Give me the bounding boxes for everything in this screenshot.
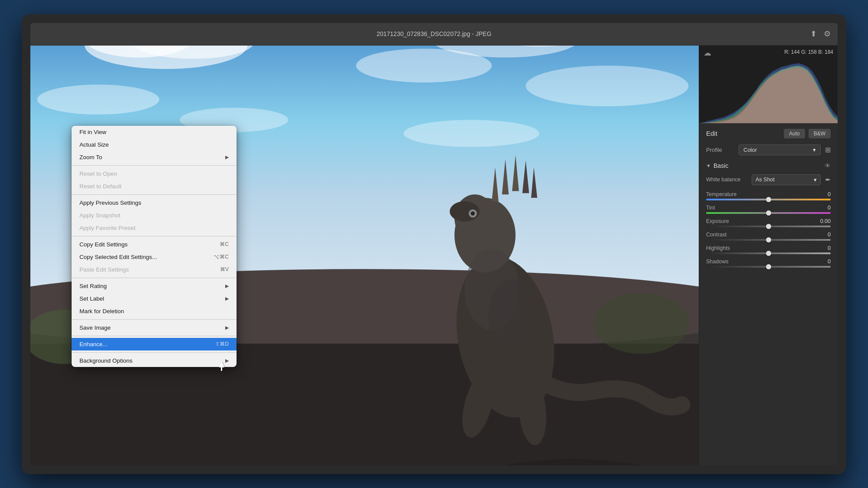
edit-header-buttons: Auto B&W <box>784 129 831 138</box>
shadows-thumb[interactable] <box>766 264 771 269</box>
menu-item-label-apply-snapshot: Apply Snapshot <box>79 212 229 219</box>
menu-item-label-zoom-to: Zoom To <box>79 154 222 160</box>
photo-area: Fit in ViewActual SizeZoom To▶Reset to O… <box>30 46 699 465</box>
main-content: Fit in ViewActual SizeZoom To▶Reset to O… <box>30 46 838 465</box>
menu-item-label-mark-deletion: Mark for Deletion <box>79 308 229 314</box>
svg-marker-22 <box>523 160 529 193</box>
menu-item-label-background-options: Background Options <box>79 357 222 364</box>
profile-row: Profile Color ▾ ⊞ <box>706 144 831 155</box>
menu-item-label-fit-in-view: Fit in View <box>79 129 229 135</box>
wb-dropdown[interactable]: As Shot ▾ <box>752 174 821 185</box>
tint-label-row: Tint 0 <box>706 205 831 211</box>
basic-chevron-icon[interactable]: ▼ <box>706 163 711 168</box>
highlights-thumb[interactable] <box>766 251 771 256</box>
menu-item-copy-selected[interactable]: Copy Selected Edit Settings...⌥⌘C <box>72 251 237 263</box>
menu-item-label-save-image: Save Image <box>79 324 222 331</box>
tint-value: 0 <box>828 205 831 211</box>
menu-item-shortcut-paste-edit: ⌘V <box>220 266 229 272</box>
export-icon[interactable]: ⬆ <box>810 29 817 39</box>
exposure-value: 0.00 <box>820 218 831 224</box>
tint-control: Tint 0 <box>706 205 831 214</box>
basic-section-header: ▼ Basic 👁 <box>706 162 831 169</box>
menu-item-background-options[interactable]: Background Options▶ <box>72 354 237 367</box>
divider-divider6 <box>72 336 237 336</box>
menu-item-label-apply-favorite: Apply Favorite Preset <box>79 225 229 231</box>
menu-item-label-enhance: Enhance... <box>79 341 207 347</box>
contrast-value: 0 <box>828 232 831 238</box>
contrast-label: Contrast <box>706 232 727 238</box>
exposure-slider[interactable] <box>706 226 831 227</box>
profile-dropdown[interactable]: Color ▾ <box>739 144 821 155</box>
profile-grid-icon[interactable]: ⊞ <box>825 146 831 154</box>
temperature-value: 0 <box>828 191 831 197</box>
divider-divider3 <box>72 236 237 236</box>
menu-item-save-image[interactable]: Save Image▶ <box>72 321 237 334</box>
context-menu: Fit in ViewActual SizeZoom To▶Reset to O… <box>72 126 237 367</box>
window-title: 20171230_072836_DSC02072.jpg - JPEG <box>377 30 492 37</box>
svg-point-34 <box>594 292 689 354</box>
highlights-label-row: Highlights 0 <box>706 245 831 251</box>
edit-header: Edit Auto B&W <box>706 129 831 138</box>
exposure-label: Exposure <box>706 218 729 224</box>
menu-item-set-rating[interactable]: Set Rating▶ <box>72 280 237 292</box>
wb-eyedropper-icon[interactable]: ✒ <box>825 176 831 184</box>
exposure-control: Exposure 0.00 <box>706 218 831 227</box>
menu-item-arrow-zoom-to: ▶ <box>225 154 229 160</box>
menu-item-reset-to-default: Reset to Default <box>72 180 237 193</box>
divider-divider5 <box>72 319 237 320</box>
svg-point-11 <box>404 120 539 147</box>
temperature-thumb[interactable] <box>766 197 771 202</box>
menu-item-label-reset-to-open: Reset to Open <box>79 170 229 177</box>
profile-value: Color <box>743 147 757 153</box>
histogram-stats: R: 144 G: 158 B: 184 <box>784 49 833 55</box>
menu-item-arrow-set-rating: ▶ <box>225 283 229 289</box>
menu-item-apply-previous[interactable]: Apply Previous Settings <box>72 197 237 209</box>
gear-icon[interactable]: ⚙ <box>824 29 831 39</box>
shadows-label: Shadows <box>706 259 728 265</box>
menu-item-apply-favorite: Apply Favorite Preset <box>72 222 237 234</box>
menu-item-enhance[interactable]: Enhance...⇧⌘D <box>72 338 237 350</box>
contrast-thumb[interactable] <box>766 237 771 242</box>
profile-chevron-icon: ▾ <box>813 147 816 153</box>
menu-item-label-apply-previous: Apply Previous Settings <box>79 200 229 206</box>
divider-divider7 <box>72 352 237 353</box>
histogram-cloud-icon: ☁ <box>704 48 711 58</box>
menu-item-fit-in-view[interactable]: Fit in View <box>72 126 237 138</box>
svg-point-9 <box>526 66 688 106</box>
wb-label: White balance <box>706 177 747 183</box>
tint-thumb[interactable] <box>766 210 771 216</box>
temperature-label-row: Temperature 0 <box>706 191 831 197</box>
tint-slider[interactable] <box>706 212 831 214</box>
menu-item-label-reset-to-default: Reset to Default <box>79 183 229 190</box>
menu-item-label-actual-size: Actual Size <box>79 141 229 148</box>
contrast-slider[interactable] <box>706 239 831 241</box>
menu-item-paste-edit: Paste Edit Settings⌘V <box>72 263 237 276</box>
shadows-control: Shadows 0 <box>706 259 831 268</box>
shadows-slider[interactable] <box>706 266 831 268</box>
highlights-label: Highlights <box>706 245 730 251</box>
laptop-shell: 20171230_072836_DSC02072.jpg - JPEG ⬆ ⚙ <box>22 14 846 474</box>
auto-button[interactable]: Auto <box>784 129 805 138</box>
exposure-thumb[interactable] <box>766 224 771 229</box>
menu-item-arrow-background-options: ▶ <box>225 358 229 364</box>
temperature-control: Temperature 0 <box>706 191 831 200</box>
menu-item-copy-edit[interactable]: Copy Edit Settings⌘C <box>72 238 237 251</box>
highlights-slider[interactable] <box>706 252 831 254</box>
wb-chevron-icon: ▾ <box>814 177 817 183</box>
menu-item-mark-deletion[interactable]: Mark for Deletion <box>72 305 237 318</box>
menu-item-actual-size[interactable]: Actual Size <box>72 138 237 151</box>
temperature-slider[interactable] <box>706 199 831 200</box>
menu-item-shortcut-enhance: ⇧⌘D <box>215 341 229 347</box>
bw-button[interactable]: B&W <box>809 129 831 138</box>
basic-eye-icon[interactable]: 👁 <box>825 162 831 169</box>
highlights-control: Highlights 0 <box>706 245 831 254</box>
wb-value: As Shot <box>756 177 775 183</box>
edit-title: Edit <box>706 130 717 137</box>
profile-label: Profile <box>706 147 734 153</box>
svg-marker-19 <box>492 167 499 201</box>
menu-item-shortcut-copy-edit: ⌘C <box>220 241 229 247</box>
menu-item-zoom-to[interactable]: Zoom To▶ <box>72 151 237 164</box>
svg-marker-23 <box>531 167 537 197</box>
menu-item-reset-to-open: Reset to Open <box>72 167 237 180</box>
menu-item-set-label[interactable]: Set Label▶ <box>72 292 237 305</box>
